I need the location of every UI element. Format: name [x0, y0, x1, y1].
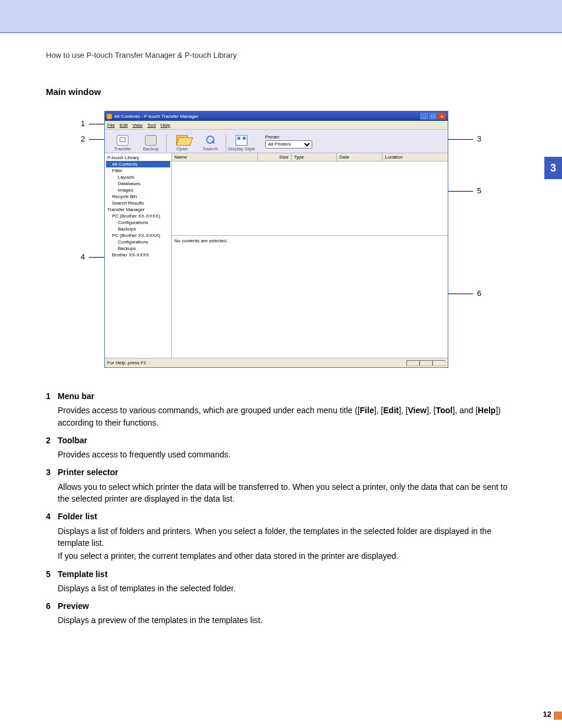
desc-2-title: Toolbar — [58, 436, 87, 445]
desc-5-body: Displays a list of templates in the sele… — [46, 582, 516, 594]
callout-6: 6 — [477, 289, 481, 298]
search-icon — [204, 135, 216, 146]
printer-label: Printer: — [265, 134, 312, 140]
desc-6-title: Preview — [58, 601, 89, 611]
toolbar-display-style[interactable]: Display Style — [227, 130, 256, 153]
chapter-tab: 3 — [544, 157, 562, 179]
tree-databases[interactable]: Databases — [106, 180, 170, 187]
close-button[interactable]: × — [438, 113, 446, 120]
titlebar: All Contents - P-touch Transfer Manager … — [105, 111, 448, 121]
window-title: All Contents - P-touch Transfer Manager — [114, 114, 199, 119]
callout-4: 4 — [81, 252, 85, 261]
toolbar-transfer[interactable]: Transfer — [108, 130, 137, 153]
toolbar-search[interactable]: Search — [196, 130, 224, 153]
tree-backups-1[interactable]: Backups — [106, 226, 170, 232]
header-band — [0, 0, 562, 33]
menu-help[interactable]: Help — [161, 123, 170, 128]
page-number: 12 — [543, 710, 551, 719]
tree-pc1[interactable]: PC (Brother XX-XXXX) — [106, 213, 170, 219]
template-list — [172, 162, 448, 236]
tree-all-contents[interactable]: All Contents — [106, 161, 170, 167]
menubar: File Edit View Tool Help — [105, 121, 448, 130]
desc-3-body: Allows you to select which printer the d… — [46, 481, 516, 505]
toolbar-open[interactable]: Open — [168, 130, 196, 153]
desc-2-body: Provides access to frequently used comma… — [46, 449, 516, 460]
tree-search-results[interactable]: Search Results — [106, 200, 170, 206]
tree-configurations-1[interactable]: Configurations — [106, 219, 170, 226]
open-icon — [176, 135, 188, 146]
col-location[interactable]: Location — [382, 153, 448, 161]
tree-filter[interactable]: Filter — [106, 167, 170, 174]
description-list: 1Menu bar Provides access to various com… — [46, 390, 516, 627]
callout-3: 3 — [477, 134, 481, 143]
app-icon — [107, 114, 112, 119]
desc-5-title: Template list — [58, 569, 108, 579]
menu-file[interactable]: File — [107, 123, 115, 128]
tree-backups-2[interactable]: Backups — [106, 245, 170, 252]
menu-edit[interactable]: Edit — [120, 123, 128, 128]
template-list-header: Name Size Type Date Location — [172, 153, 448, 162]
menu-view[interactable]: View — [133, 123, 143, 128]
desc-1-title: Menu bar — [58, 391, 94, 401]
tree-images[interactable]: Images — [106, 187, 170, 193]
preview-message: No contents are selected. — [174, 238, 228, 243]
screenshot-figure: 1 2 3 4 5 6 All Contents - P-touch Trans… — [81, 111, 481, 370]
tree-brother[interactable]: Brother XX-XXXX — [106, 252, 170, 258]
backup-icon — [145, 135, 157, 146]
col-date[interactable]: Date — [337, 153, 382, 161]
col-type[interactable]: Type — [292, 153, 337, 161]
desc-4-title: Folder list — [58, 512, 97, 521]
tree-configurations-2[interactable]: Configurations — [106, 239, 170, 245]
page-number-accent — [554, 711, 562, 720]
tree-recycle-bin[interactable]: Recycle Bin — [106, 193, 170, 200]
callout-5: 5 — [477, 186, 481, 195]
toolbar: Transfer Backup Open Search Display Styl… — [105, 130, 448, 153]
desc-4-body-a: Displays a list of folders and printers.… — [46, 525, 516, 549]
callout-1: 1 — [81, 119, 85, 128]
app-window: All Contents - P-touch Transfer Manager … — [104, 111, 448, 368]
desc-3-title: Printer selector — [58, 467, 118, 477]
folder-tree: P-touch Library All Contents Filter Layo… — [105, 153, 172, 358]
preview-pane: No contents are selected. — [172, 236, 448, 358]
tree-layouts[interactable]: Layouts — [106, 174, 170, 180]
page-title: Main window — [46, 87, 516, 97]
col-size[interactable]: Size — [258, 153, 292, 161]
tree-pc2[interactable]: PC (Brother XX-XXXX) — [106, 232, 170, 239]
maximize-button[interactable]: □ — [429, 113, 437, 120]
toolbar-backup[interactable]: Backup — [137, 130, 165, 153]
desc-1-body: Provides access to various commands, whi… — [46, 404, 516, 429]
statusbar: For Help, press F1 — [105, 358, 448, 367]
callout-2: 2 — [81, 134, 85, 143]
breadcrumb: How to use P-touch Transfer Manager & P-… — [46, 51, 516, 60]
status-text: For Help, press F1 — [107, 360, 146, 365]
col-name[interactable]: Name — [172, 153, 258, 161]
desc-4-body-b: If you select a printer, the current tem… — [46, 550, 516, 562]
menu-tool[interactable]: Tool — [147, 123, 156, 128]
desc-6-body: Displays a preview of the templates in t… — [46, 614, 516, 626]
minimize-button[interactable]: _ — [420, 113, 428, 120]
tree-transfer-manager[interactable]: Transfer Manager — [106, 206, 170, 213]
display-style-icon — [236, 135, 247, 146]
printer-selector: Printer: All Printers — [265, 130, 312, 153]
printer-dropdown[interactable]: All Printers — [265, 140, 312, 149]
transfer-icon — [117, 135, 128, 146]
tree-ptouch-library[interactable]: P-touch Library — [106, 154, 170, 161]
